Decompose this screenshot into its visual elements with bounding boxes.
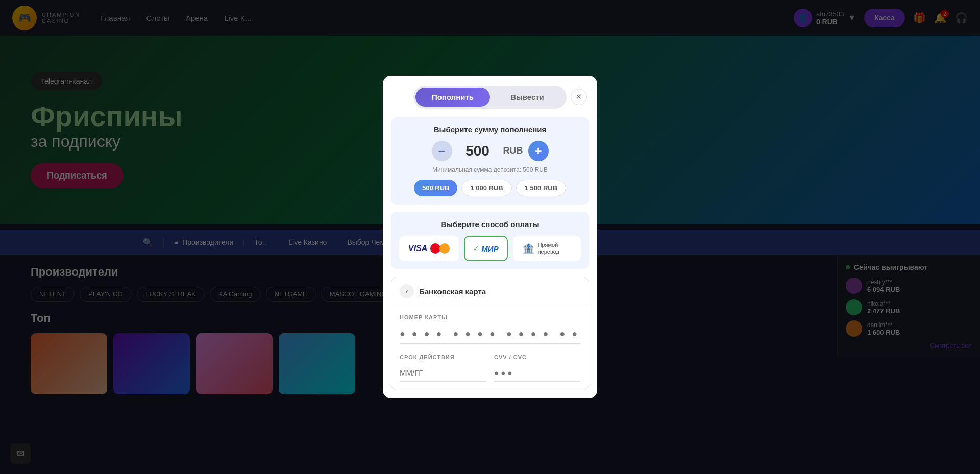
card-number-label: НОМЕР КАРТЫ xyxy=(400,314,580,320)
mir-text: МИР xyxy=(481,244,498,253)
amount-currency: RUB xyxy=(503,145,523,156)
visa-icon: VISA xyxy=(408,244,427,253)
amount-increase-button[interactable]: + xyxy=(528,141,549,161)
mastercard-dot1 xyxy=(430,243,440,254)
payment-section-title: Выберите способ оплаты xyxy=(399,220,581,229)
mastercard-dot2 xyxy=(439,243,450,254)
payment-section: Выберите способ оплаты VISA ✓ МИР xyxy=(391,212,589,269)
card-form-back-button[interactable]: ‹ xyxy=(400,284,414,298)
modal-tabs: Пополнить Вывести xyxy=(413,86,567,109)
mir-check-icon: ✓ xyxy=(473,244,479,253)
card-form-section: ‹ Банковская карта НОМЕР КАРТЫ СРОК ДЕЙС… xyxy=(391,277,589,390)
card-form-body: НОМЕР КАРТЫ СРОК ДЕЙСТВИЯ CVV / CVC xyxy=(391,306,589,390)
cvv-label: CVV / CVC xyxy=(494,354,580,360)
modal-body: Выберите сумму пополнения − 500 RUB + Ми… xyxy=(383,109,597,398)
quick-amount-500[interactable]: 500 RUB xyxy=(414,180,457,196)
amount-section: Выберите сумму пополнения − 500 RUB + Ми… xyxy=(391,117,589,205)
card-form-header: ‹ Банковская карта xyxy=(391,277,589,306)
bank-transfer-content: 🏦 Прямой перевод xyxy=(522,242,572,255)
card-secondary-fields: СРОК ДЕЙСТВИЯ CVV / CVC xyxy=(400,354,580,382)
amount-decrease-button[interactable]: − xyxy=(432,141,452,161)
payment-mir[interactable]: ✓ МИР xyxy=(464,236,507,261)
modal-close-button[interactable]: × xyxy=(571,89,587,105)
amount-section-title: Выберите сумму пополнения xyxy=(399,125,581,134)
cvv-field-group: CVV / CVC xyxy=(494,354,580,382)
card-number-input[interactable] xyxy=(400,325,580,344)
tab-deposit[interactable]: Пополнить xyxy=(415,88,490,107)
min-deposit-text: Минимальная сумма депозита: 500 RUB xyxy=(399,166,581,173)
tab-withdraw[interactable]: Вывести xyxy=(490,88,565,107)
modal-overlay: Пополнить Вывести × Выберите сумму попол… xyxy=(0,0,980,474)
payment-bank-transfer[interactable]: 🏦 Прямой перевод xyxy=(513,236,581,261)
card-form-title: Банковская карта xyxy=(419,287,486,296)
expiry-label: СРОК ДЕЙСТВИЯ xyxy=(400,354,486,360)
deposit-modal: Пополнить Вывести × Выберите сумму попол… xyxy=(383,76,597,398)
expiry-field-group: СРОК ДЕЙСТВИЯ xyxy=(400,354,486,382)
expiry-input[interactable] xyxy=(400,364,486,382)
quick-amount-1000[interactable]: 1 000 RUB xyxy=(461,180,511,196)
payment-visa-mc[interactable]: VISA xyxy=(399,236,459,261)
quick-amount-1500[interactable]: 1 500 RUB xyxy=(516,180,566,196)
payment-methods: VISA ✓ МИР 🏦 xyxy=(399,236,581,261)
amount-value: 500 xyxy=(457,143,498,159)
mir-logo: ✓ МИР xyxy=(473,244,498,253)
bank-transfer-label: Прямой перевод xyxy=(538,242,572,255)
amount-input-row: − 500 RUB + xyxy=(399,141,581,161)
modal-header: Пополнить Вывести × xyxy=(383,76,597,109)
quick-amounts: 500 RUB 1 000 RUB 1 500 RUB xyxy=(399,180,581,196)
bank-icon: 🏦 xyxy=(522,242,535,255)
cvv-input[interactable] xyxy=(494,364,580,382)
